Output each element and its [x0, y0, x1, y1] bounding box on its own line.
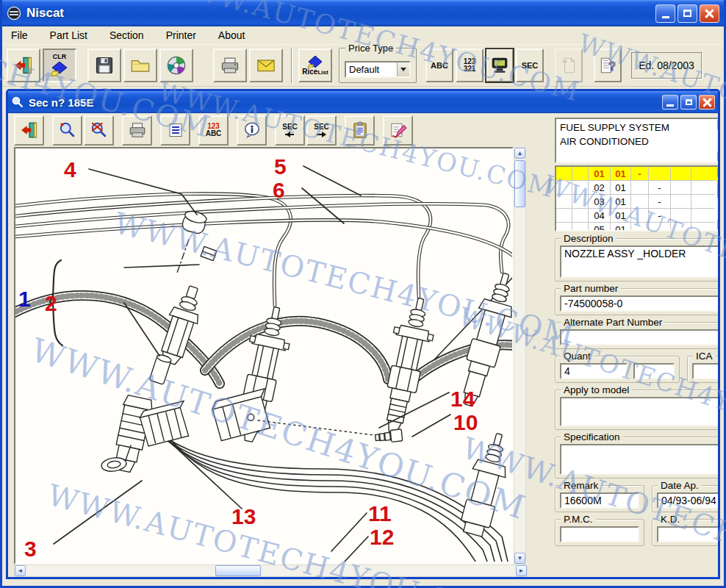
clipboard-button[interactable]	[345, 115, 375, 146]
table-cell[interactable]: 01	[611, 167, 631, 181]
table-cell[interactable]: 05	[589, 223, 611, 230]
scroll-left-button[interactable]	[15, 565, 26, 576]
table-cell[interactable]	[556, 167, 572, 181]
next-section-button[interactable]: SEC	[306, 115, 337, 146]
apply-to-model-field[interactable]	[560, 397, 718, 426]
table-cell[interactable]	[671, 209, 691, 223]
cd-catalog-button[interactable]	[159, 49, 193, 82]
code-description-button[interactable]: 123 ABC	[198, 115, 229, 146]
price-list-button[interactable]: RiceList	[298, 49, 332, 82]
table-cell[interactable]	[631, 181, 649, 195]
system-box-scrollbar[interactable]	[717, 119, 718, 162]
prev-section-button[interactable]: SEC	[275, 115, 305, 146]
open-folder-button[interactable]	[123, 49, 157, 82]
diagram-vertical-scrollbar[interactable]	[514, 147, 526, 564]
table-cell[interactable]	[691, 209, 715, 223]
scroll-down-button[interactable]	[717, 151, 718, 162]
save-button[interactable]	[87, 49, 121, 82]
section-close-button[interactable]	[699, 95, 715, 110]
table-cell[interactable]	[649, 167, 671, 181]
table-row[interactable]: 0101-	[556, 167, 717, 181]
exit-button[interactable]	[7, 49, 40, 82]
specification-field[interactable]	[560, 444, 718, 475]
table-cell[interactable]: 01	[611, 195, 631, 209]
table-cell[interactable]: -	[649, 181, 671, 195]
table-cell[interactable]	[671, 195, 691, 209]
menu-file[interactable]: File	[11, 29, 28, 41]
table-row[interactable]: 0201-	[556, 181, 717, 195]
table-cell[interactable]: 01	[589, 167, 611, 181]
sort-numeric-button[interactable]: 123 321	[456, 49, 484, 82]
menu-partlist[interactable]: Part List	[50, 29, 87, 41]
section-button[interactable]: SEC	[516, 49, 544, 82]
menu-printer[interactable]: Printer	[166, 29, 196, 41]
section-maximize-button[interactable]	[680, 95, 697, 110]
alternate-part-field[interactable]	[560, 329, 718, 345]
parts-table-scrollbar[interactable]	[717, 167, 718, 230]
print-button[interactable]	[213, 49, 247, 82]
table-cell[interactable]	[631, 223, 649, 230]
quantity-field-2[interactable]	[633, 363, 675, 379]
help-button[interactable]: ?	[594, 49, 622, 82]
table-cell[interactable]: -	[649, 195, 671, 209]
quantity-field[interactable]: 4	[560, 363, 628, 379]
scroll-right-button[interactable]	[516, 565, 527, 576]
section-minimize-button[interactable]	[662, 95, 678, 110]
table-cell[interactable]	[691, 167, 715, 181]
table-cell[interactable]: -	[631, 167, 649, 181]
table-cell[interactable]	[556, 195, 572, 209]
section-exit-button[interactable]	[14, 115, 44, 146]
section-print-button[interactable]	[122, 115, 152, 146]
table-cell[interactable]: 02	[589, 181, 611, 195]
table-cell[interactable]	[572, 209, 589, 223]
diagram-horizontal-scrollbar[interactable]	[14, 564, 528, 577]
table-cell[interactable]: 04	[589, 209, 611, 223]
table-cell[interactable]	[572, 195, 589, 209]
scroll-down-button[interactable]	[514, 553, 525, 564]
part-number-field[interactable]: -74500058-0	[560, 295, 718, 312]
table-cell[interactable]	[556, 223, 572, 230]
table-row[interactable]: 0401-	[556, 209, 717, 223]
minimize-button[interactable]	[655, 4, 675, 23]
close-button[interactable]	[700, 4, 719, 23]
scroll-up-button[interactable]	[717, 119, 718, 130]
date-applied-field[interactable]: 04/93-06/94	[657, 492, 718, 509]
horizontal-scroll-thumb[interactable]	[215, 565, 261, 576]
table-cell[interactable]	[691, 223, 715, 230]
scroll-down-button[interactable]	[717, 219, 718, 230]
table-cell[interactable]: -	[649, 209, 671, 223]
description-field[interactable]: NOZZLE ASSY _HOLDER	[560, 245, 718, 278]
table-cell[interactable]	[691, 195, 715, 209]
zoom-button[interactable]	[52, 115, 82, 146]
mail-button[interactable]	[249, 49, 283, 82]
table-cell[interactable]: 03	[589, 195, 611, 209]
maximize-button[interactable]	[678, 4, 697, 23]
pmc-field[interactable]	[560, 526, 639, 542]
price-type-dropdown[interactable]: Default	[345, 61, 411, 78]
dropdown-arrow-icon[interactable]	[397, 62, 409, 76]
remark-field[interactable]: 16600M	[560, 492, 639, 509]
kd-field[interactable]	[657, 526, 718, 542]
vertical-scroll-thumb[interactable]	[514, 160, 525, 207]
table-cell[interactable]: 01	[611, 209, 631, 223]
vertical-scroll-thumb[interactable]	[717, 179, 718, 198]
table-cell[interactable]	[572, 223, 589, 230]
diagram-canvas[interactable]: 4561214101311123	[14, 147, 514, 564]
table-cell[interactable]	[631, 209, 649, 223]
table-cell[interactable]	[671, 223, 691, 230]
sort-alpha-button[interactable]: ABC	[425, 49, 453, 82]
zoom-off-button[interactable]	[84, 115, 114, 146]
notes-edit-button[interactable]	[383, 115, 413, 146]
table-row[interactable]: 0501	[556, 223, 717, 230]
table-cell[interactable]	[572, 167, 589, 181]
table-row[interactable]: 0301-	[556, 195, 717, 209]
table-cell[interactable]: 01	[611, 223, 631, 230]
clear-button[interactable]: CLR	[43, 49, 76, 82]
table-cell[interactable]	[671, 181, 691, 195]
menu-about[interactable]: About	[218, 29, 245, 41]
table-cell[interactable]	[691, 181, 715, 195]
system-description-box[interactable]: FUEL SUPPLY SYSTEM AIR CONDITIONED	[555, 118, 718, 163]
info-button[interactable]	[237, 115, 267, 146]
scroll-up-button[interactable]	[717, 167, 718, 178]
list-view-button[interactable]	[160, 115, 190, 146]
